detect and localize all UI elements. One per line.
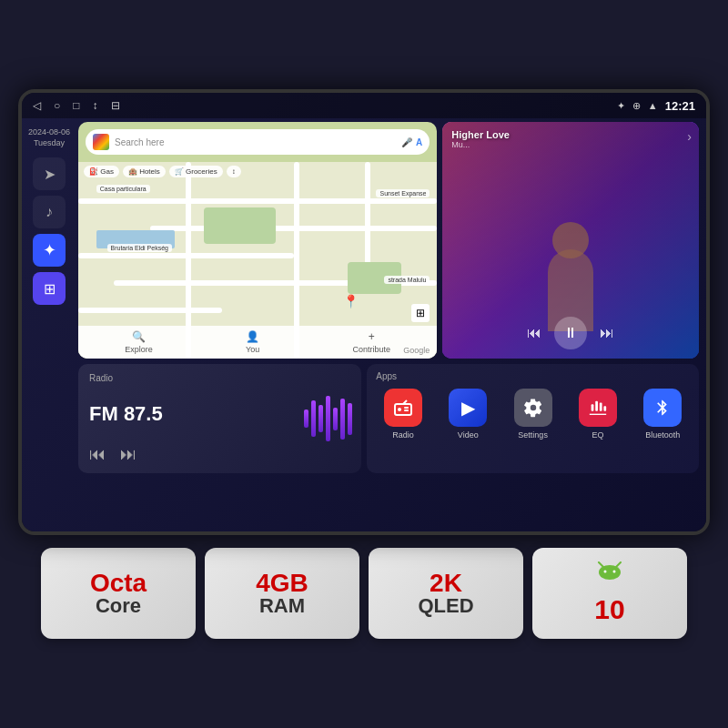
sidebar-item-navigation[interactable]: ➤ (33, 157, 66, 190)
app-item-radio[interactable]: Radio (384, 389, 422, 440)
maps-a-icon: A (416, 137, 422, 147)
sidebar: 2024-08-06 Tuesday ➤ ♪ ✦ ⊞ (25, 122, 73, 528)
music-icon: ♪ (46, 204, 53, 220)
apps-container: Apps (367, 364, 699, 473)
map-background: Casa particulara Brutaria Eldi Pekség Su… (78, 162, 437, 359)
cast-icon[interactable]: ⊟ (111, 99, 120, 112)
svg-point-1 (398, 408, 401, 411)
more-chip[interactable]: ↕ (227, 166, 241, 177)
svg-rect-8 (603, 406, 606, 411)
spec-card-ram: 4GB RAM (205, 548, 359, 639)
radio-container: Radio FM 87.5 ⏮ ⏭ (78, 364, 361, 473)
search-actions: 🎤 A (401, 137, 422, 147)
app-item-video[interactable]: ▶ Video (449, 389, 487, 440)
play-pause-button[interactable]: ⏸ (554, 317, 587, 349)
map-label-brutaria: Brutaria Eldi Pekség (107, 244, 172, 252)
app-icon-video: ▶ (449, 389, 487, 427)
app-icon-radio (384, 389, 422, 427)
hotels-chip[interactable]: 🏨 Hotels (123, 166, 166, 177)
mic-icon[interactable]: 🎤 (401, 137, 412, 147)
app-label-settings: Settings (518, 430, 548, 440)
explore-item[interactable]: 🔍Explore (125, 330, 153, 354)
sidebar-item-layers[interactable]: ⊞ (33, 272, 66, 305)
music-title-text: Higher Love (451, 129, 510, 140)
specs-section: Octa Core 4GB RAM 2K QLED 10 (18, 548, 710, 639)
nav-icons: ◁ ○ □ ↕ ⊟ (33, 99, 120, 112)
prev-track-button[interactable]: ⏮ (527, 325, 541, 341)
spec-display-main: 2K (430, 571, 462, 596)
svg-rect-3 (404, 407, 409, 409)
music-chevron-right[interactable]: › (687, 129, 692, 144)
recents-icon[interactable]: □ (73, 99, 79, 112)
map-container[interactable]: Search here 🎤 A ⛽ Gas 🏨 Hotels 🛒 Groceri… (78, 122, 437, 359)
home-icon[interactable]: ○ (54, 99, 60, 112)
music-controls: ⏮ ⏸ ⏭ (442, 317, 699, 349)
svg-rect-7 (600, 403, 602, 411)
spec-card-display: 2K QLED (369, 548, 523, 639)
music-title-area: Higher Love Mu... (451, 129, 510, 149)
next-track-button[interactable]: ⏭ (600, 325, 614, 341)
svg-point-14 (613, 571, 616, 573)
top-row: Search here 🎤 A ⛽ Gas 🏨 Hotels 🛒 Groceri… (78, 122, 699, 359)
spec-android-num: 10 (594, 594, 624, 625)
google-logo: Google (403, 346, 430, 355)
svg-line-10 (599, 562, 603, 567)
radio-label: Radio (89, 373, 350, 383)
main-content: 2024-08-06 Tuesday ➤ ♪ ✦ ⊞ (22, 118, 706, 531)
screen: ◁ ○ □ ↕ ⊟ ✦ ⊕ ▲ 12:21 2024-08-06 Tuesday (22, 93, 706, 531)
you-item[interactable]: 👤You (246, 330, 259, 354)
map-layers-icon[interactable]: ⊞ (411, 304, 430, 322)
sidebar-item-bluetooth[interactable]: ✦ (33, 234, 66, 267)
map-label-sunset: Sunset Expanse (376, 189, 430, 197)
music-container: Higher Love Mu... › ⏮ ⏸ ⏭ (442, 122, 699, 359)
clock: 12:21 (665, 99, 695, 113)
spec-ram-sub: RAM (259, 596, 305, 616)
map-search-bar[interactable]: Search here 🎤 A (86, 129, 430, 155)
google-maps-logo (93, 134, 109, 150)
radio-next-button[interactable]: ⏭ (120, 445, 136, 464)
app-icon-settings (514, 389, 552, 427)
app-icon-bluetooth (643, 389, 682, 427)
map-bottom-bar: 🔍Explore 👤You +Contribute Google (78, 326, 437, 359)
app-icon-eq (579, 389, 617, 427)
svg-rect-0 (395, 404, 411, 415)
search-text: Search here (115, 137, 396, 147)
back-icon[interactable]: ◁ (33, 99, 41, 112)
spec-display-sub: QLED (418, 596, 473, 616)
svg-line-11 (616, 562, 621, 567)
sidebar-item-music[interactable]: ♪ (33, 196, 66, 228)
groceries-chip[interactable]: 🛒 Groceries (169, 166, 223, 177)
spec-card-octa: Octa Core (41, 548, 196, 639)
app-label-radio: Radio (392, 430, 414, 440)
location-status-icon: ⊕ (632, 100, 641, 112)
status-icons-group: ✦ ⊕ ▲ 12:21 (617, 99, 695, 113)
map-pin: 📍 (343, 294, 359, 308)
app-item-settings[interactable]: Settings (514, 389, 552, 440)
radio-prev-button[interactable]: ⏮ (89, 445, 106, 464)
app-item-eq[interactable]: EQ (579, 389, 617, 440)
bluetooth-status-icon: ✦ (617, 100, 625, 112)
wifi-status-icon: ▲ (648, 100, 658, 111)
navigation-icon: ➤ (44, 166, 56, 183)
date-display: 2024-08-06 Tuesday (28, 127, 70, 148)
app-item-bluetooth[interactable]: Bluetooth (643, 389, 682, 440)
apps-label: Apps (376, 371, 690, 381)
center-content: Search here 🎤 A ⛽ Gas 🏨 Hotels 🛒 Groceri… (78, 122, 699, 528)
svg-point-13 (604, 571, 607, 573)
spec-card-android: 10 (532, 548, 687, 639)
sound-wave (304, 391, 352, 446)
contribute-item[interactable]: +Contribute (353, 330, 391, 354)
spec-octa-main: Octa (90, 571, 147, 596)
map-label-strada: strada Malulu (384, 276, 430, 284)
status-bar: ◁ ○ □ ↕ ⊟ ✦ ⊕ ▲ 12:21 (22, 93, 706, 118)
gas-chip[interactable]: ⛽ Gas (84, 166, 119, 177)
apps-grid: Radio ▶ Video (376, 389, 690, 440)
app-label-video: Video (458, 430, 479, 440)
map-label-casa: Casa particulara (96, 185, 150, 193)
device-container: ◁ ○ □ ↕ ⊟ ✦ ⊕ ▲ 12:21 2024-08-06 Tuesday (18, 89, 710, 535)
app-label-bluetooth: Bluetooth (645, 430, 680, 440)
svg-rect-4 (404, 410, 409, 411)
settings-icon[interactable]: ↕ (93, 99, 98, 112)
music-artist-text: Mu... (451, 140, 510, 149)
svg-rect-6 (595, 401, 598, 411)
